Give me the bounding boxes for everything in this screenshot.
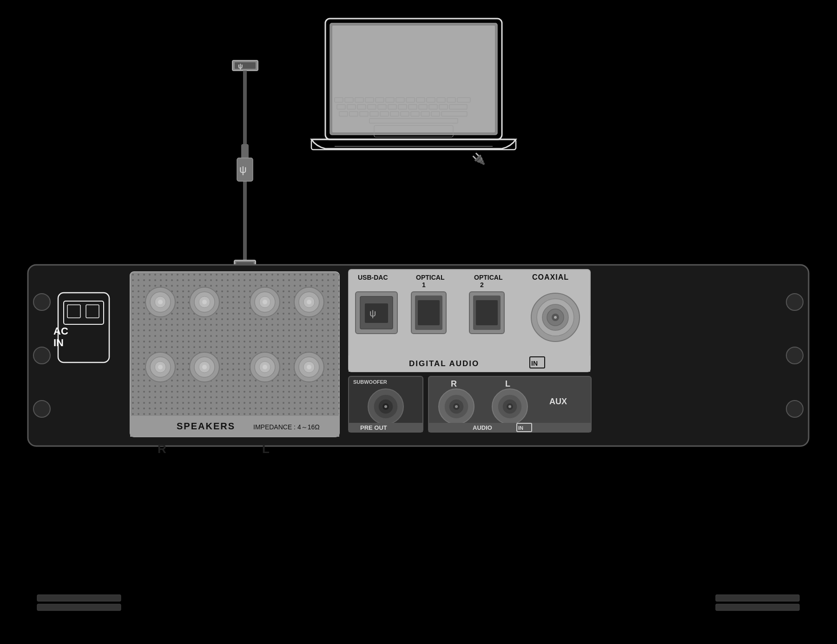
speakers-section: R L: [130, 272, 339, 456]
svg-text:1: 1: [422, 281, 426, 289]
digital-audio-in-badge: IN: [531, 360, 538, 367]
svg-rect-119: [476, 300, 498, 325]
svg-rect-116: [418, 300, 440, 325]
impedance-label: IMPEDANCE : 4～16Ω: [253, 423, 320, 431]
svg-rect-149: [37, 604, 121, 611]
svg-text:ψ: ψ: [369, 308, 376, 318]
svg-point-87: [307, 300, 311, 304]
digital-audio-label: DIGITAL AUDIO: [409, 359, 479, 368]
svg-point-61: [786, 294, 803, 310]
pre-out-label: PRE OUT: [360, 424, 387, 431]
audio-label: AUDIO: [473, 424, 492, 431]
svg-point-105: [307, 365, 311, 369]
diagram-container: 🔌 ψ ψ: [0, 0, 837, 644]
subwoofer-label: SUBWOOFER: [353, 379, 387, 385]
svg-point-62: [786, 347, 803, 364]
svg-point-75: [158, 300, 163, 304]
svg-text:ψ: ψ: [239, 164, 247, 175]
svg-text:🔌: 🔌: [472, 152, 486, 165]
optical2-label: OPTICAL: [474, 274, 503, 281]
svg-point-100: [263, 365, 267, 369]
audio-in-badge: IN: [518, 425, 523, 431]
svg-text:ψ: ψ: [238, 62, 243, 70]
optical1-label: OPTICAL: [416, 274, 445, 281]
l-channel-label: L: [505, 379, 510, 388]
svg-rect-112: [365, 303, 388, 323]
svg-text:IN: IN: [53, 337, 64, 348]
digital-audio-section: USB-DAC OPTICAL 1 OPTICAL 2 COAXIAL ψ: [349, 269, 590, 372]
svg-point-140: [455, 405, 458, 408]
svg-rect-148: [37, 595, 121, 601]
svg-text:R: R: [158, 442, 166, 456]
amplifier-panel: AC IN: [28, 265, 809, 456]
usb-plug-laptop: ψ: [232, 60, 258, 71]
aux-label: AUX: [549, 397, 567, 406]
svg-point-145: [508, 405, 511, 408]
audio-in-section: R L AUX AUDIO: [428, 376, 591, 432]
svg-point-60: [33, 401, 50, 417]
svg-text:2: 2: [480, 281, 484, 289]
svg-point-96: [202, 365, 207, 369]
svg-point-133: [384, 405, 387, 408]
main-diagram-svg: 🔌 ψ ψ: [0, 0, 837, 644]
svg-point-79: [202, 300, 207, 304]
svg-point-91: [158, 365, 163, 369]
r-channel-label: R: [451, 379, 457, 388]
svg-point-125: [554, 316, 557, 319]
svg-rect-150: [716, 595, 799, 601]
svg-rect-146: [428, 423, 591, 432]
pre-out-section: SUBWOOFER PRE OUT: [349, 376, 423, 432]
svg-rect-151: [716, 604, 799, 611]
svg-text:L: L: [262, 442, 270, 456]
svg-point-63: [786, 401, 803, 417]
svg-point-58: [33, 294, 50, 310]
coaxial-label: COAXIAL: [532, 273, 569, 281]
usb-dac-label: USB-DAC: [358, 274, 388, 281]
speakers-label: SPEAKERS: [177, 421, 235, 431]
svg-point-59: [33, 347, 50, 364]
svg-point-83: [263, 300, 267, 304]
ac-in-label: AC: [53, 325, 68, 337]
